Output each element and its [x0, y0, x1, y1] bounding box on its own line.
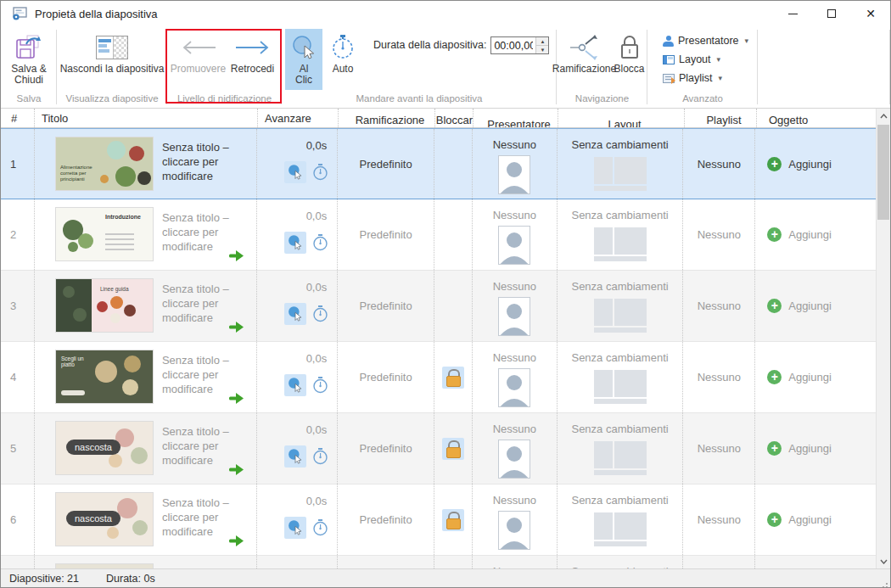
auto-button[interactable]: Auto	[322, 29, 363, 75]
header-title[interactable]: Titolo	[35, 109, 258, 127]
presenter-dropdown[interactable]: Presentatore ▾	[659, 33, 752, 48]
spin-up-icon[interactable]: ▲	[536, 37, 548, 46]
playlist-value[interactable]: Nessuno	[683, 484, 755, 555]
add-object-label[interactable]: Aggiungi	[788, 371, 832, 384]
presenter-value[interactable]: Nessuno	[493, 138, 536, 151]
layout-dropdown[interactable]: Layout ▾	[659, 52, 724, 67]
timer-icon[interactable]	[312, 377, 328, 394]
slide-title[interactable]: Senza titolo – cliccare per modificare	[162, 282, 255, 325]
presenter-placeholder[interactable]	[498, 440, 530, 479]
playlist-value[interactable]: Nessuno	[683, 342, 755, 412]
layout-value[interactable]: Senza cambiamenti	[571, 209, 668, 221]
table-row[interactable]: 4 Scegli un piatto Senza titolo – clicca…	[1, 342, 876, 413]
lock-cell[interactable]	[434, 199, 473, 270]
presenter-value[interactable]: Nessuno	[493, 280, 536, 293]
vertical-scrollbar[interactable]	[876, 109, 890, 568]
playlist-value[interactable]: Nessuno	[683, 271, 755, 341]
timer-icon[interactable]	[312, 519, 328, 536]
presenter-placeholder[interactable]	[498, 155, 530, 194]
slide-thumbnail[interactable]: Linee guida	[55, 278, 154, 333]
branching-value[interactable]: Predefinito	[338, 484, 434, 555]
presenter-value[interactable]: Nessuno	[493, 494, 536, 507]
title-bar[interactable]: Propietà della diapositiva ✕	[1, 1, 890, 26]
slide-title[interactable]: Senza titolo – cliccare per modificare	[162, 424, 255, 468]
object-cell[interactable]: + Aggiungi	[755, 484, 876, 555]
mouse-click-icon[interactable]	[284, 303, 306, 325]
lock-cell[interactable]	[434, 271, 473, 341]
branching-value[interactable]: Predefinito	[338, 271, 434, 341]
presenter-value[interactable]: Nessuno	[493, 351, 536, 364]
layout-placeholder[interactable]	[594, 227, 647, 261]
object-cell[interactable]: + Aggiungi	[755, 271, 876, 341]
playlist-value[interactable]: Nessuno	[683, 413, 755, 484]
presenter-placeholder[interactable]	[498, 226, 530, 265]
scroll-down-icon[interactable]	[877, 554, 890, 568]
presenter-placeholder[interactable]	[498, 368, 530, 407]
mouse-click-icon[interactable]	[284, 517, 306, 539]
presenter-value[interactable]: Nessuno	[493, 209, 536, 221]
timer-icon[interactable]	[312, 164, 328, 181]
object-cell[interactable]: + Aggiungi	[755, 342, 876, 412]
slide-thumbnail[interactable]: Introduzione	[55, 207, 154, 261]
layout-placeholder[interactable]	[594, 299, 647, 333]
branching-value[interactable]: Predefinito	[338, 199, 434, 270]
header-lock[interactable]: Bloccare	[435, 109, 474, 127]
layout-value[interactable]: Senza cambiamenti	[571, 423, 668, 435]
add-object-label[interactable]: Aggiungi	[788, 300, 832, 312]
add-object-label[interactable]: Aggiungi	[788, 513, 832, 526]
presenter-value[interactable]: Nessuno	[493, 423, 536, 435]
maximize-button[interactable]	[812, 1, 851, 26]
object-cell[interactable]: + Aggiungi	[755, 199, 876, 270]
presenter-placeholder[interactable]	[498, 511, 530, 550]
header-layout[interactable]: Layout	[558, 109, 685, 127]
table-row[interactable]: 2 Introduzione Senza titolo – cliccare p…	[1, 199, 876, 271]
object-cell[interactable]: + Aggiungi	[755, 129, 876, 199]
lock-cell[interactable]	[434, 413, 473, 484]
lock-cell[interactable]	[434, 556, 473, 568]
locked-icon[interactable]	[442, 367, 464, 389]
slide-title[interactable]: Senza titolo – cliccare per modificare	[162, 210, 255, 254]
on-click-button[interactable]: Al Clic	[285, 29, 322, 90]
timer-icon[interactable]	[312, 234, 328, 251]
locked-icon[interactable]	[442, 509, 464, 531]
slide-title[interactable]: Senza titolo – cliccare per modificare	[162, 353, 255, 396]
lock-button[interactable]: Blocca	[612, 29, 647, 75]
table-row[interactable]: 7 Senza titolo – cliccare per modificare…	[1, 556, 876, 568]
header-number[interactable]: #	[1, 109, 35, 127]
save-close-button[interactable]: Salva & Chiudi	[1, 29, 57, 86]
scroll-up-icon[interactable]	[877, 109, 890, 123]
playlist-dropdown[interactable]: Playlist ▾	[659, 70, 726, 86]
table-row[interactable]: 1 Alimentazione corretta per principiant…	[1, 128, 876, 199]
lock-cell[interactable]	[434, 484, 473, 555]
lock-cell[interactable]	[434, 342, 473, 412]
branching-value[interactable]: Predefinito	[338, 129, 434, 199]
mouse-click-icon[interactable]	[284, 161, 306, 183]
mouse-click-icon[interactable]	[284, 374, 306, 396]
table-row[interactable]: 5 nascosta Senza titolo – cliccare per m…	[1, 413, 876, 484]
branching-value[interactable]: Predefinito	[338, 556, 434, 568]
layout-value[interactable]: Senza cambiamenti	[571, 494, 668, 507]
resize-grip[interactable]	[886, 583, 888, 585]
header-presenter[interactable]: Presentatore	[474, 109, 558, 127]
minimize-button[interactable]	[773, 1, 812, 26]
presenter-placeholder[interactable]	[498, 297, 530, 336]
layout-value[interactable]: Senza cambiamenti	[571, 280, 668, 293]
layout-placeholder[interactable]	[594, 157, 647, 191]
locked-icon[interactable]	[442, 438, 464, 460]
scrollbar-thumb[interactable]	[877, 125, 889, 220]
slide-thumbnail[interactable]: Alimentazione corretta per principianti	[55, 137, 154, 191]
lock-cell[interactable]	[434, 129, 473, 199]
add-object-label[interactable]: Aggiungi	[788, 158, 832, 171]
slide-title[interactable]: Senza titolo – cliccare per modificare	[162, 140, 255, 183]
layout-placeholder[interactable]	[594, 512, 647, 546]
layout-placeholder[interactable]	[594, 441, 647, 475]
branching-button[interactable]: Ramificazione	[558, 29, 612, 75]
header-advance[interactable]: Avanzare	[258, 109, 339, 127]
promote-button[interactable]: Promuovere	[171, 29, 227, 75]
add-object-label[interactable]: Aggiungi	[788, 442, 832, 455]
playlist-value[interactable]: Nessuno	[683, 199, 755, 270]
demote-button[interactable]: Retrocedi	[227, 29, 279, 75]
object-cell[interactable]	[755, 556, 876, 568]
header-object[interactable]: Oggetto	[757, 109, 877, 127]
playlist-value[interactable]: Nessuno	[683, 129, 755, 199]
